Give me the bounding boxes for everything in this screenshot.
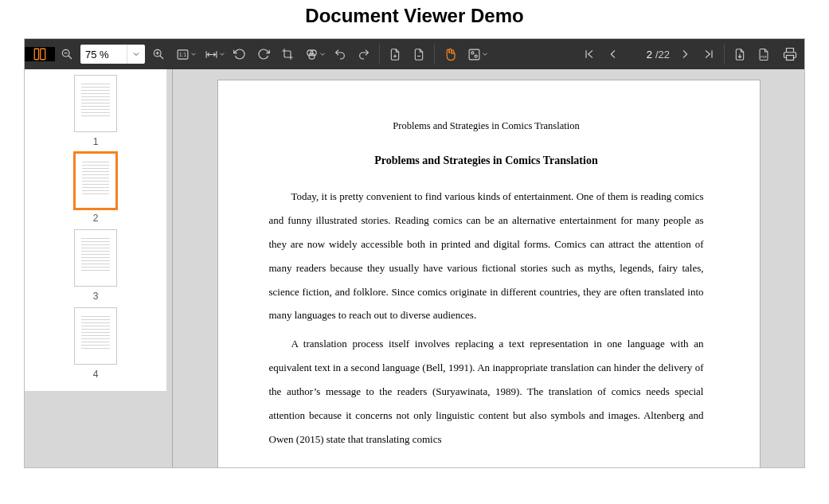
document-title: Problems and Strategies in Comics Transl…: [269, 154, 704, 167]
svg-point-12: [311, 49, 316, 55]
svg-rect-17: [469, 49, 479, 60]
svg-line-6: [160, 56, 163, 59]
print-button[interactable]: [776, 47, 804, 61]
svg-point-13: [308, 53, 314, 59]
thumbnail-page-preview: [75, 76, 116, 131]
thumbnail-page-preview: [76, 154, 115, 208]
svg-text:1:1: 1:1: [179, 52, 186, 57]
print-icon: [783, 47, 797, 61]
undo-button[interactable]: [328, 48, 352, 61]
thumbnail-item[interactable]: 3: [75, 230, 116, 302]
last-page-icon: [702, 48, 715, 61]
add-page-button[interactable]: [383, 48, 407, 61]
zoom-out-button[interactable]: [55, 48, 79, 61]
filter-button[interactable]: [299, 48, 323, 61]
redo-icon: [358, 48, 370, 61]
crop-icon: [281, 48, 294, 61]
chevron-down-icon: [131, 49, 141, 59]
thumbnail-label: 2: [93, 213, 99, 224]
rotate-cw-button[interactable]: [252, 48, 276, 61]
chevron-left-icon: [607, 48, 620, 61]
page-indicator: / 22: [625, 45, 673, 64]
thumbnail-label: 1: [93, 136, 99, 147]
actual-size-button[interactable]: 1:1: [170, 48, 194, 61]
zoom-dropdown[interactable]: [127, 45, 145, 64]
viewer-toolbar: 1:1: [25, 39, 804, 69]
pdf-icon: PDF: [757, 48, 771, 61]
toolbar-separator: [724, 44, 725, 64]
thumbnail-panel-toggle[interactable]: [25, 47, 55, 61]
zoom-in-icon: [152, 48, 165, 61]
page-number-input[interactable]: [628, 45, 654, 64]
running-head: Problems and Strategies in Comics Transl…: [269, 120, 704, 132]
paragraph: Today, it is pretty convenient to find v…: [269, 185, 704, 327]
pan-tool-button[interactable]: [438, 48, 462, 61]
export-pdf-button[interactable]: PDF: [752, 48, 776, 61]
thumbnail-label: 3: [93, 291, 99, 302]
save-page-icon: [733, 48, 746, 61]
thumbnail-item[interactable]: 2: [76, 154, 115, 224]
filter-icon: [305, 48, 319, 61]
fit-width-icon: [205, 48, 218, 61]
remove-page-button[interactable]: [407, 48, 431, 61]
viewer-body: 1234 Problems and Strategies in Comics T…: [25, 69, 804, 467]
chevron-right-icon: [678, 48, 691, 61]
zoom-out-icon: [61, 48, 73, 61]
annotation-button[interactable]: [462, 48, 486, 61]
page-title: Document Viewer Demo: [0, 5, 829, 27]
next-page-button[interactable]: [673, 48, 697, 61]
document-viewer: 1:1: [24, 38, 805, 468]
thumbnail-panel[interactable]: 1234: [25, 69, 173, 467]
toolbar-separator: [434, 44, 435, 64]
thumbnail-page-preview: [75, 230, 116, 286]
thumbnail-item[interactable]: 1: [75, 76, 116, 147]
zoom-in-button[interactable]: [147, 48, 170, 61]
rotate-ccw-button[interactable]: [228, 48, 252, 61]
svg-line-3: [68, 56, 72, 59]
thumbnail-page-preview: [75, 308, 116, 364]
zoom-input[interactable]: [80, 45, 127, 64]
toolbar-separator: [379, 44, 380, 64]
document-page: Problems and Strategies in Comics Transl…: [218, 80, 760, 467]
thumbnail-panel-icon: [33, 47, 47, 61]
hand-icon: [444, 48, 457, 61]
svg-rect-24: [787, 56, 794, 61]
first-page-icon: [583, 48, 596, 61]
redo-button[interactable]: [352, 48, 376, 61]
remove-page-icon: [413, 48, 425, 61]
thumbnail-label: 4: [93, 369, 99, 380]
undo-icon: [334, 48, 346, 61]
page-total: 22: [659, 49, 673, 61]
thumbnail-item[interactable]: 4: [75, 308, 116, 380]
svg-rect-0: [34, 49, 38, 60]
crop-button[interactable]: [276, 48, 299, 61]
last-page-button[interactable]: [697, 48, 721, 61]
add-page-icon: [389, 48, 401, 61]
svg-rect-1: [41, 49, 45, 60]
first-page-button[interactable]: [577, 48, 601, 61]
rotate-cw-icon: [257, 48, 270, 61]
svg-point-18: [471, 51, 473, 53]
document-canvas[interactable]: Problems and Strategies in Comics Transl…: [173, 69, 804, 467]
prev-page-button[interactable]: [601, 48, 625, 61]
annotation-icon: [467, 48, 481, 61]
actual-size-icon: 1:1: [176, 48, 190, 61]
zoom-level: [80, 45, 145, 64]
svg-text:PDF: PDF: [761, 54, 767, 58]
rotate-ccw-icon: [233, 48, 246, 61]
paragraph: A translation process itself involves re…: [269, 332, 704, 451]
save-button[interactable]: [728, 48, 752, 61]
svg-point-19: [475, 55, 477, 57]
fit-mode-button[interactable]: [199, 48, 223, 61]
